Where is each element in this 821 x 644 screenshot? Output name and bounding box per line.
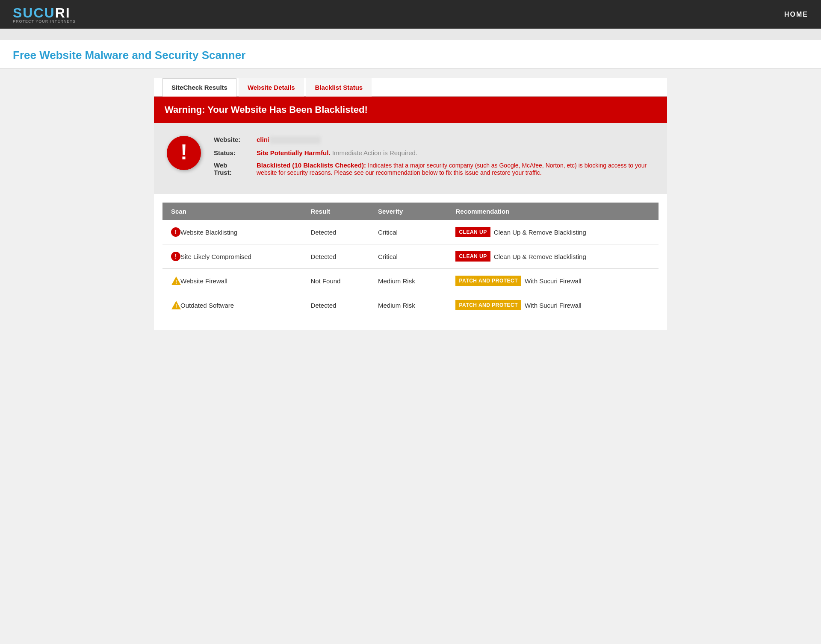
website-row: Website: clini [214,136,654,144]
scan-severity: Medium Risk [369,293,447,318]
info-section: ! Website: clini Status: Site Potentiall… [154,123,667,194]
scan-results-wrapper: Scan Result Severity Recommendation ! We… [154,203,667,317]
scan-result: Detected [302,293,369,318]
scan-result: Detected [302,220,369,244]
patch-button[interactable]: PATCH AND PROTECT [455,276,521,286]
blacklist-bold-text: Blacklisted (10 Blacklists Checked): [257,162,366,169]
scan-severity: Medium Risk [369,269,447,293]
cleanup-button[interactable]: CLEAN UP [455,227,490,237]
cleanup-button[interactable]: CLEAN UP [455,251,490,262]
red-circle-icon: ! [171,227,180,237]
page-title-area: Free Website Malware and Security Scanne… [0,40,821,69]
website-blurred [269,136,321,144]
tab-blacklist-status[interactable]: Blacklist Status [306,78,372,97]
tab-website-details[interactable]: Website Details [239,78,304,97]
patch-button[interactable]: PATCH AND PROTECT [455,300,521,310]
recommendation-text: Clean Up & Remove Blacklisting [494,253,586,260]
svg-text:!: ! [175,303,177,309]
table-row: ! Outdated Software Detected Medium Risk… [162,293,659,318]
logo-tagline: PROTECT YOUR INTERNETS [13,19,76,24]
website-text: clini [257,136,269,143]
yellow-triangle-icon: ! [171,300,180,310]
table-row: ! Website Blacklisting Detected Critical… [162,220,659,244]
logo-text: SUCURI [13,5,76,21]
blacklist-bold: Blacklisted (10 Blacklists Checked): [257,162,368,169]
scan-name-cell: ! Site Likely Compromised [162,244,302,269]
page-title: Free Website Malware and Security Scanne… [13,49,808,62]
logo: SUCURI PROTECT YOUR INTERNETS [13,5,76,24]
scan-severity: Critical [369,244,447,269]
subheader-bar [0,29,821,40]
exclamation-mark: ! [180,141,188,163]
scan-recommendation: CLEAN UP Clean Up & Remove Blacklisting [447,244,659,269]
table-row: ! Website Firewall Not Found Medium Risk… [162,269,659,293]
status-red-text: Site Potentially Harmful. [257,149,331,156]
alert-icon: ! [167,136,201,170]
webtrust-label: WebTrust: [214,162,252,176]
scan-recommendation: PATCH AND PROTECT With Sucuri Firewall [447,293,659,318]
red-circle-icon: ! [171,252,180,261]
status-label: Status: [214,149,252,156]
status-value: Site Potentially Harmful. Immediate Acti… [257,149,417,156]
col-scan: Scan [162,203,302,220]
scan-name-cell: ! Outdated Software [162,293,302,318]
recommendation-text: With Sucuri Firewall [525,302,582,309]
yellow-triangle-icon: ! [171,276,180,285]
scan-recommendation: PATCH AND PROTECT With Sucuri Firewall [447,269,659,293]
warning-banner: Warning: Your Website Has Been Blacklist… [154,97,667,123]
breadcrumb [13,31,14,37]
scan-name: Website Blacklisting [180,229,237,236]
svg-text:!: ! [175,279,177,285]
scan-result: Not Found [302,269,369,293]
status-gray-text: Immediate Action is Required. [332,149,417,156]
tab-sitecheck[interactable]: SiteCheck Results [162,78,236,97]
main-content: SiteCheck Results Website Details Blackl… [154,78,667,330]
tabs-bar: SiteCheck Results Website Details Blackl… [154,78,667,97]
scan-result: Detected [302,244,369,269]
table-header-row: Scan Result Severity Recommendation [162,203,659,220]
recommendation-text: Clean Up & Remove Blacklisting [494,229,586,236]
scan-table: Scan Result Severity Recommendation ! We… [162,203,659,317]
recommendation-text: With Sucuri Firewall [525,277,582,285]
nav-home-link[interactable]: HOME [784,11,808,18]
col-result: Result [302,203,369,220]
website-label: Website: [214,136,252,143]
table-row: ! Site Likely Compromised Detected Criti… [162,244,659,269]
status-row: Status: Site Potentially Harmful. Immedi… [214,149,654,156]
col-severity: Severity [369,203,447,220]
scan-name-cell: ! Website Firewall [162,269,302,293]
scan-name-cell: ! Website Blacklisting [162,220,302,244]
header: SUCURI PROTECT YOUR INTERNETS HOME [0,0,821,29]
website-value: clini [257,136,321,144]
info-details: Website: clini Status: Site Potentially … [214,136,654,181]
webtrust-value: Blacklisted (10 Blacklists Checked): Ind… [257,162,654,176]
col-recommendation: Recommendation [447,203,659,220]
scan-name: Outdated Software [180,302,234,309]
scan-recommendation: CLEAN UP Clean Up & Remove Blacklisting [447,220,659,244]
scan-name: Site Likely Compromised [180,253,251,260]
scan-name: Website Firewall [180,277,227,285]
scan-severity: Critical [369,220,447,244]
webtrust-row: WebTrust: Blacklisted (10 Blacklists Che… [214,162,654,176]
